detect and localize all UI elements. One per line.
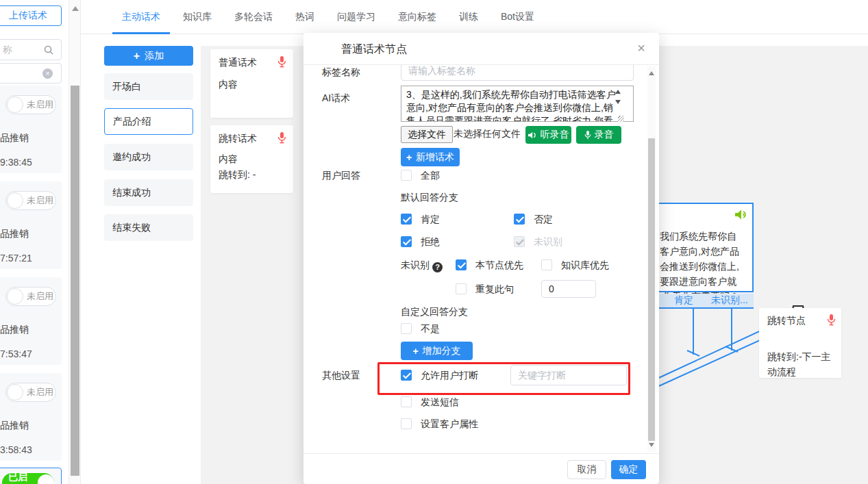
flow-node-speech[interactable]: 我们系统先帮你自 客户意向,对您产品 会推送到你微信上, 要跟进意向客户就 ,您… bbox=[655, 203, 754, 292]
cancel-button[interactable]: 取消 bbox=[567, 460, 606, 479]
toggle-knob bbox=[7, 288, 23, 305]
node-card-content: 内容 bbox=[219, 153, 285, 166]
tab-question-learning[interactable]: 问题学习 bbox=[337, 0, 375, 34]
stage-item-end-success[interactable]: 结束成功 bbox=[104, 179, 193, 206]
script-card-name: 品推销 bbox=[0, 324, 29, 336]
clear-icon[interactable]: × bbox=[42, 68, 53, 79]
checkbox-kb-first[interactable] bbox=[541, 259, 552, 270]
tab-training[interactable]: 训练 bbox=[459, 0, 478, 34]
script-card-name: 品推销 bbox=[0, 132, 29, 144]
checkbox-send-sms[interactable] bbox=[401, 396, 412, 407]
modal-title: 普通话术节点 bbox=[341, 42, 407, 57]
scroll-up-arrow[interactable] bbox=[72, 3, 79, 11]
scroll-down-arrow[interactable] bbox=[649, 443, 654, 450]
node-card-title: 普通话术 bbox=[219, 57, 285, 69]
label-name-input[interactable] bbox=[401, 65, 634, 81]
add-branch-button[interactable]: + 增加分支 bbox=[401, 342, 473, 360]
modal-body: 标签名称 AI话术 3、是这样的,我们系统先帮你自动打电话筛选客户意向,对您产品… bbox=[303, 65, 659, 453]
mic-icon[interactable] bbox=[827, 314, 836, 326]
stage-item-opening[interactable]: 开场白 bbox=[104, 73, 193, 100]
upload-script-button[interactable]: 上传话术 bbox=[0, 5, 62, 26]
sidebar-scrollbar[interactable] bbox=[69, 0, 80, 484]
ai-script-textarea[interactable]: 3、是这样的,我们系统先帮你自动打电话筛选客户意向,对您产品有意向的客户会推送到… bbox=[401, 86, 634, 122]
search-icon bbox=[44, 45, 53, 55]
stage-list: + 添加 开场白 产品介绍 邀约成功 结束成功 结束失败 bbox=[81, 34, 201, 484]
help-question-icon[interactable]: ? bbox=[432, 262, 443, 272]
script-card[interactable]: 未启用 品推销 9:38:45 bbox=[0, 86, 62, 173]
field-label: 用户回答 bbox=[322, 170, 397, 182]
modal-normal-script-node: 普通话术节点 × 标签名称 AI话术 3、是这样的,我们系统先帮你自动打电话筛选… bbox=[303, 33, 659, 484]
repeat-count-input[interactable] bbox=[541, 280, 596, 298]
checkbox-node-first[interactable] bbox=[456, 259, 467, 270]
top-tabbar: 主动话术 知识库 多轮会话 热词 问题学习 意向标签 训练 Bot设置 bbox=[81, 0, 868, 34]
modal-footer: 取消 确定 bbox=[303, 453, 659, 484]
checkbox-affirm[interactable] bbox=[401, 214, 412, 225]
add-stage-button[interactable]: + 添加 bbox=[104, 46, 193, 66]
plus-icon: + bbox=[406, 152, 412, 163]
script-card-time: 7:57:21 bbox=[0, 253, 32, 264]
resize-handle[interactable] bbox=[618, 116, 624, 122]
speaker-icon bbox=[528, 131, 537, 139]
close-icon[interactable]: × bbox=[637, 40, 645, 56]
tab-bot-settings[interactable]: Bot设置 bbox=[501, 0, 534, 34]
scroll-thumb[interactable] bbox=[71, 86, 79, 476]
scroll-up-arrow[interactable] bbox=[615, 87, 621, 94]
choose-file-button[interactable]: 选择文件 bbox=[401, 126, 453, 143]
tab-intent-labels[interactable]: 意向标签 bbox=[398, 0, 436, 34]
stage-item-end-fail[interactable]: 结束失败 bbox=[104, 214, 193, 241]
textarea-scroll-arrows[interactable] bbox=[612, 87, 623, 107]
checkbox-all[interactable] bbox=[401, 170, 412, 181]
enable-toggle[interactable]: 未启用 bbox=[5, 383, 56, 402]
enable-toggle-on[interactable]: 已启用 bbox=[2, 473, 54, 484]
node-card-normal-script[interactable]: 普通话术 内容 bbox=[210, 49, 293, 118]
filter-input[interactable]: × bbox=[0, 63, 62, 84]
script-card-active[interactable]: 已启用 bbox=[0, 468, 62, 484]
mic-icon[interactable] bbox=[277, 132, 286, 144]
modal-scrollbar[interactable] bbox=[647, 66, 656, 452]
enable-toggle[interactable]: 未启用 bbox=[5, 191, 56, 210]
script-card-name: 品推销 bbox=[0, 228, 29, 240]
checkbox-allow-interrupt[interactable] bbox=[401, 370, 412, 381]
scroll-up-arrow[interactable] bbox=[649, 68, 654, 75]
record-button[interactable]: 录音 bbox=[576, 126, 621, 144]
tab-multi-turn[interactable]: 多轮会话 bbox=[234, 0, 273, 34]
unrecognized-label: 未识别 bbox=[401, 259, 430, 270]
checkbox-refuse[interactable] bbox=[401, 236, 412, 247]
script-card-name: 品推销 bbox=[0, 420, 29, 432]
plus-icon: + bbox=[412, 346, 418, 357]
scroll-down-arrow[interactable] bbox=[615, 100, 621, 107]
stage-item-invite-success[interactable]: 邀约成功 bbox=[104, 144, 193, 170]
script-card-time: 7:53:47 bbox=[0, 348, 32, 359]
enable-toggle[interactable]: 未启用 bbox=[5, 95, 56, 114]
speaker-icon[interactable] bbox=[735, 209, 748, 220]
listen-recording-button[interactable]: 听录音 bbox=[525, 126, 571, 144]
mic-icon[interactable] bbox=[277, 56, 286, 68]
tab-hot-words[interactable]: 热词 bbox=[295, 0, 314, 34]
toggle-knob bbox=[38, 474, 54, 484]
script-card[interactable]: 未启用 品推销 7:57:21 bbox=[0, 181, 62, 269]
checkbox-repeat-sentence[interactable] bbox=[456, 283, 467, 294]
tab-knowledge-base[interactable]: 知识库 bbox=[183, 0, 212, 34]
sidebar: 上传话术 称 × 未启用 品推销 9:38:45 未启用 品推销 7:57: bbox=[0, 0, 81, 484]
search-input[interactable]: 称 bbox=[0, 39, 62, 60]
toggle-knob bbox=[7, 97, 23, 113]
field-label: 其他设置 bbox=[322, 370, 397, 382]
checkbox-negate[interactable] bbox=[514, 214, 525, 225]
node-card-jump-script[interactable]: 跳转话术 内容 跳转到: - bbox=[210, 125, 293, 193]
jump-node-title: 跳转节点 bbox=[767, 315, 833, 327]
checkbox-not[interactable] bbox=[401, 323, 412, 334]
checkbox-set-customer-attr[interactable] bbox=[401, 418, 412, 429]
default-branch-title: 默认回答分支 bbox=[401, 192, 625, 204]
confirm-button[interactable]: 确定 bbox=[611, 460, 646, 479]
script-card[interactable]: 未启用 品推销 3:58:43 bbox=[0, 373, 62, 461]
modal-header: 普通话术节点 × bbox=[303, 33, 659, 65]
tab-active-script[interactable]: 主动话术 bbox=[122, 0, 160, 34]
script-card-time: 3:58:43 bbox=[0, 444, 32, 455]
jump-node-card[interactable]: 跳转节点 跳转到:-下一主动流程 bbox=[759, 308, 841, 378]
add-script-button[interactable]: + 新增话术 bbox=[401, 148, 460, 166]
keyword-interrupt-input[interactable] bbox=[510, 365, 627, 385]
stage-item-product-intro[interactable]: 产品介绍 bbox=[104, 108, 193, 135]
enable-toggle[interactable]: 未启用 bbox=[5, 287, 56, 306]
script-card[interactable]: 未启用 品推销 7:53:47 bbox=[0, 277, 62, 365]
scroll-thumb[interactable] bbox=[648, 138, 655, 441]
